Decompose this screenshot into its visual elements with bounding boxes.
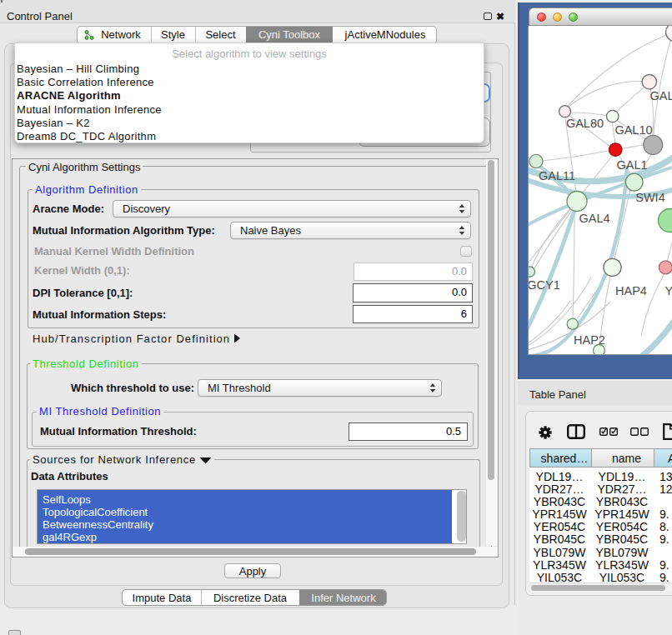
svg-text:GAL10: GAL10 (614, 123, 652, 137)
svg-text:HAP4: HAP4 (615, 284, 647, 298)
svg-text:GAL1: GAL1 (616, 158, 647, 172)
svg-text:GAL11: GAL11 (539, 169, 575, 182)
svg-text:YJL: YJL (665, 284, 672, 298)
svg-text:GAL4: GAL4 (579, 212, 609, 225)
svg-text:GCY1: GCY1 (528, 278, 560, 292)
svg-text:HAP2: HAP2 (574, 333, 605, 347)
svg-text:GAL7: GAL7 (650, 89, 672, 102)
svg-text:SWI4: SWI4 (635, 191, 664, 204)
svg-text:GAL80: GAL80 (566, 117, 604, 130)
